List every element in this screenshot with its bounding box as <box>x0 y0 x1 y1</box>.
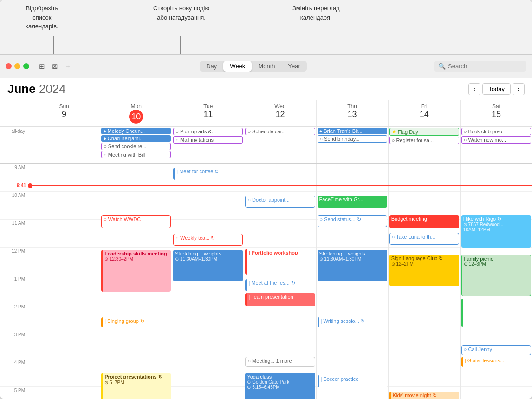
event-yoga[interactable]: Yoga class ⊙ Golden Gate Park ⊙ 5:15–6:4… <box>245 373 315 399</box>
event-team-presentation[interactable]: | Team presentation <box>245 293 315 306</box>
time-9am: 9 AM <box>0 164 28 192</box>
col-sun <box>28 164 100 399</box>
close-button[interactable] <box>6 63 12 69</box>
event-mail-invitations[interactable]: ○ Mail invitations <box>173 136 243 144</box>
event-facetime[interactable]: FaceTime with Gr... <box>318 196 387 208</box>
event-weekly-tea[interactable]: ○ Weekly tea... ↻ <box>173 234 243 246</box>
search-icon: 🔍 <box>438 63 446 70</box>
event-melody[interactable]: ● Melody Cheun... <box>101 128 171 134</box>
day-header-sat: Sat 15 <box>460 100 532 126</box>
time-scroll[interactable]: 9 AM 10 AM 11 AM 12 PM 1 PM 2 PM 3 PM 4 … <box>0 164 532 399</box>
event-schedule-car[interactable]: ○ Schedule car... <box>245 128 315 135</box>
time-11am: 11 AM <box>0 220 28 248</box>
event-send-cookie[interactable]: ○ Send cookie re... <box>101 143 171 150</box>
event-pickup-arts[interactable]: ○ Pick up arts &... <box>173 128 243 135</box>
event-call-jenny[interactable]: ○ Call Jenny <box>461 345 531 355</box>
col-thu: FaceTime with Gr... ○ Send status... ↻ S… <box>316 164 388 399</box>
view-tabs: Day Week Month Year <box>200 61 307 72</box>
time-5pm: 5 PM <box>0 387 28 399</box>
col-tue: | Meet for coffee ↻ ○ Weekly tea... ↻ St… <box>172 164 244 399</box>
time-2pm: 2 PM <box>0 303 28 331</box>
toolbar-icons: ⊞ ⊠ ＋ <box>37 61 73 72</box>
allday-row: all-day ● Melody Cheun... ● Chad Benjami… <box>0 127 532 164</box>
next-button[interactable]: › <box>513 83 525 95</box>
event-doctor[interactable]: ○ Doctor appoint... <box>245 196 315 208</box>
event-family-picnic[interactable]: Family picnic ⊙ 12–3PM <box>461 255 531 296</box>
add-event-icon[interactable]: ＋ <box>63 61 73 72</box>
event-leadership[interactable]: Leadership skills meeting ⊙ 12:30–2PM <box>101 250 171 292</box>
annotation-2: Створіть нову подіюабо нагадування. <box>153 4 209 22</box>
event-singing-group[interactable]: | Singing group ↻ <box>101 317 171 327</box>
maximize-button[interactable] <box>23 63 29 69</box>
allday-sun <box>28 127 100 163</box>
event-watch-wwdc[interactable]: ○ Watch WWDC <box>101 215 171 228</box>
traffic-lights <box>6 63 29 69</box>
calendar-title: June 2024 <box>7 82 468 96</box>
event-meeting-bill[interactable]: ○ Meeting with Bill <box>101 151 171 158</box>
inbox-icon[interactable]: ⊠ <box>50 61 60 72</box>
event-flag-day[interactable]: ★ Flag Day <box>389 128 459 136</box>
event-guitar-lessons[interactable]: | Guitar lessons... <box>461 357 531 367</box>
allday-tue: ○ Pick up arts &... ○ Mail invitations <box>172 127 244 163</box>
search-input[interactable] <box>448 63 522 70</box>
event-hike-rigo[interactable]: Hike with Rigo ↻ ⊙ 7867 Redwood... 10AM–… <box>461 215 531 248</box>
col-wed: ○ Doctor appoint... | Portfolio workshop… <box>244 164 316 399</box>
event-send-bday[interactable]: ○ Send birthday... <box>318 135 387 143</box>
col-mon: ○ Watch WWDC Leadership skills meeting ⊙… <box>100 164 172 399</box>
event-stretching-thu[interactable]: Stretching + weights ⊙ 11:30AM–1:30PM <box>318 250 387 281</box>
event-soccer[interactable]: | Soccer practice <box>318 375 387 387</box>
allday-thu: ● Brian Tran's Bir... ○ Send birthday... <box>316 127 388 163</box>
day-header-sun: Sun 9 <box>28 100 100 126</box>
event-sign-language[interactable]: Sign Language Club ↻ ⊙ 12–2PM <box>389 255 459 286</box>
event-register[interactable]: ○ Register for sa... <box>389 137 459 144</box>
app-window: Відобразітьсписоккалендарів. Створіть но… <box>0 0 532 399</box>
event-meet-res[interactable]: | Meet at the res... ↻ <box>245 279 315 291</box>
event-meet-coffee[interactable]: | Meet for coffee ↻ <box>173 168 243 180</box>
day-header-thu: Thu 13 <box>316 100 388 126</box>
day-header-mon: Mon 10 <box>100 100 172 126</box>
toolbar: ⊞ ⊠ ＋ Day Week Month Year 🔍 <box>0 55 532 78</box>
event-project-presentations[interactable]: Project presentations ↻ ⊙ 5–7PM <box>101 373 171 399</box>
col-fri: Budget meeting ○ Take Luna to th... Sign… <box>388 164 460 399</box>
event-take-luna[interactable]: ○ Take Luna to th... <box>389 233 459 245</box>
time-1pm: 1 PM <box>0 275 28 303</box>
allday-sat: ○ Book club prep ○ Watch new mo... <box>460 127 532 163</box>
time-3pm: 3 PM <box>0 331 28 359</box>
nav-buttons: ‹ Today › <box>468 83 525 95</box>
event-meeting-1more[interactable]: ○ Meeting... 1 more <box>245 357 315 367</box>
prev-button[interactable]: ‹ <box>468 83 480 95</box>
today-button[interactable]: Today <box>482 83 511 95</box>
allday-label: all-day <box>0 127 28 163</box>
day-headers: Sun 9 Mon 10 Tue 11 Wed 12 Thu 13 Fri 14… <box>0 100 532 127</box>
day-header-tue: Tue 11 <box>172 100 244 126</box>
time-10am: 10 AM <box>0 192 28 220</box>
annotation-1: Відобразітьсписоккалендарів. <box>26 4 58 31</box>
allday-mon: ● Melody Cheun... ● Chad Benjami... ○ Se… <box>100 127 172 163</box>
calendar-list-icon[interactable]: ⊞ <box>37 61 47 72</box>
event-book-club[interactable]: ○ Book club prep <box>461 128 531 135</box>
allday-fri: ★ Flag Day ○ Register for sa... <box>388 127 460 163</box>
event-portfolio[interactable]: | Portfolio workshop <box>245 249 315 275</box>
time-labels: 9 AM 10 AM 11 AM 12 PM 1 PM 2 PM 3 PM 4 … <box>0 164 28 399</box>
col-sat: Hike with Rigo ↻ ⊙ 7867 Redwood... 10AM–… <box>460 164 532 399</box>
event-send-status[interactable]: ○ Send status... ↻ <box>318 215 387 227</box>
minimize-button[interactable] <box>14 63 20 69</box>
tab-month[interactable]: Month <box>252 61 281 72</box>
allday-wed: ○ Schedule car... <box>244 127 316 163</box>
tab-day[interactable]: Day <box>200 61 223 72</box>
calendar-header: June 2024 ‹ Today › <box>0 78 532 100</box>
event-brian-bday[interactable]: ● Brian Tran's Bir... <box>318 128 387 134</box>
tab-week[interactable]: Week <box>223 61 252 72</box>
event-chad[interactable]: ● Chad Benjami... <box>101 135 171 142</box>
day-header-wed: Wed 12 <box>244 100 316 126</box>
event-budget-meeting[interactable]: Budget meeting <box>389 215 459 228</box>
event-writing-session[interactable]: | Writing sessio... ↻ <box>318 317 387 327</box>
event-stretching-tue[interactable]: Stretching + weights ⊙ 11:30AM–1:30PM <box>173 250 243 281</box>
time-12pm: 12 PM <box>0 248 28 275</box>
time-4pm: 4 PM <box>0 359 28 387</box>
annotation-3: Змініть переглядкалендаря. <box>292 4 339 22</box>
tab-year[interactable]: Year <box>282 61 307 72</box>
event-kids-movie[interactable]: Kids' movie night ↻ <box>389 392 459 399</box>
event-watch-movie[interactable]: ○ Watch new mo... <box>461 136 531 144</box>
search-box[interactable]: 🔍 <box>434 61 526 72</box>
